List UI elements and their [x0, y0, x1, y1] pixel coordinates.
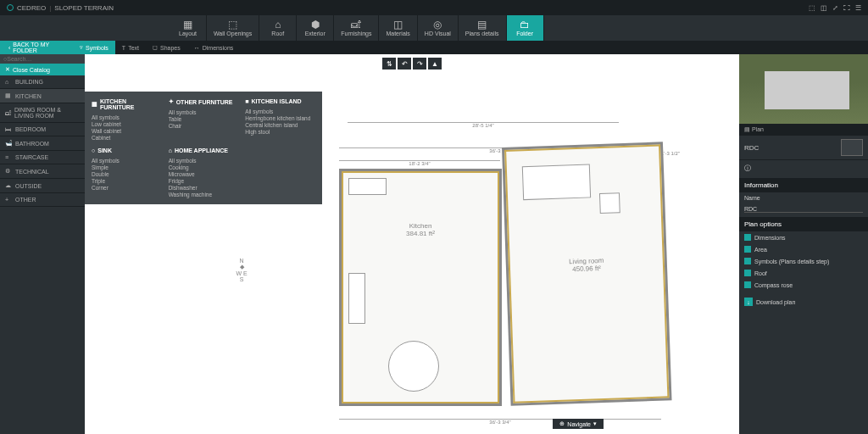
- fly-item[interactable]: Simple: [92, 164, 162, 170]
- project-title: SLOPED TERRAIN: [54, 4, 114, 12]
- tool-plans-details[interactable]: ▤Plans details: [459, 15, 507, 41]
- brand-label: CEDREO: [17, 4, 46, 12]
- fly-item[interactable]: Microwave: [169, 170, 239, 177]
- fly-item[interactable]: Fridge: [169, 177, 239, 184]
- fly-item[interactable]: All symbols: [92, 157, 162, 164]
- tool-folder[interactable]: 🗀Folder: [507, 15, 544, 41]
- exterior-icon: ⬢: [311, 19, 320, 30]
- cat-bathroom[interactable]: 🛁BATHROOM: [0, 136, 85, 151]
- view-controls: ⇅ ↶ ↷ ▲: [382, 58, 442, 70]
- opt-roof[interactable]: Roof: [739, 267, 868, 279]
- topright-icon-4[interactable]: ☰: [855, 4, 861, 12]
- cat-building[interactable]: ⌂BUILDING: [0, 75, 85, 89]
- fly-item[interactable]: Low cabinet: [92, 120, 162, 127]
- subtool-dimensions[interactable]: ↔Dimensions: [187, 45, 241, 51]
- back-button[interactable]: ‹ BACK TO MY FOLDER: [0, 41, 73, 54]
- search-input[interactable]: [7, 56, 66, 62]
- tool-wall-openings[interactable]: ⬚Wall Openings: [207, 15, 259, 41]
- fly-kitchen-island: ■KITCHEN ISLAND All symbols Herringbone …: [245, 98, 315, 141]
- tool-layout[interactable]: ▦Layout: [170, 15, 207, 41]
- cat-outside[interactable]: ☁OUTSIDE: [0, 179, 85, 193]
- gear-icon: ⚙: [5, 168, 12, 175]
- appliance-1[interactable]: [348, 273, 365, 324]
- redo-icon[interactable]: ↷: [413, 58, 426, 70]
- dim-icon: ↔: [194, 45, 200, 51]
- dim-bot-1: 36'-3 3/4": [339, 419, 661, 425]
- materials-icon: ◫: [393, 19, 403, 30]
- fly-item[interactable]: Wall cabinet: [92, 127, 162, 134]
- fly-item[interactable]: Cabinet: [92, 134, 162, 141]
- fly-item[interactable]: High stool: [245, 128, 315, 135]
- tool-roof[interactable]: ⌂Roof: [259, 15, 297, 41]
- check-icon: [744, 234, 751, 241]
- fly-item[interactable]: Chair: [169, 122, 239, 129]
- close-catalog-button[interactable]: ✕ Close Catalog: [0, 64, 85, 75]
- download-button[interactable]: ↓Download plan: [739, 294, 868, 309]
- cat-dining-living[interactable]: 🛋DINING ROOM & LIVING ROOM: [0, 103, 85, 123]
- sofa[interactable]: [522, 164, 591, 200]
- wall-icon: ⬚: [228, 19, 237, 30]
- subtool-symbols[interactable]: ▿Symbols: [73, 41, 115, 54]
- preview-3d[interactable]: [739, 54, 868, 124]
- tool-exterior[interactable]: ⬢Exterior: [297, 15, 334, 41]
- cat-bedroom[interactable]: 🛏BEDROOM: [0, 123, 85, 136]
- view-grid-icon[interactable]: ⇅: [382, 58, 396, 70]
- fly-item[interactable]: Central kitchen island: [245, 121, 315, 128]
- fly-item[interactable]: Triple: [92, 177, 162, 184]
- fly-item[interactable]: Corner: [92, 184, 162, 191]
- room-living[interactable]: Living room 450.96 ft²: [502, 142, 672, 405]
- subtool-shapes[interactable]: ◻Shapes: [146, 44, 187, 51]
- opt-dimensions[interactable]: Dimensions: [739, 231, 868, 243]
- subtool-text[interactable]: TText: [115, 45, 146, 51]
- armchair[interactable]: [599, 192, 620, 214]
- fly-item[interactable]: All symbols: [92, 114, 162, 120]
- properties-panel: ▤ Plan RDC ⓘ Information Name RDC Plan o…: [739, 54, 868, 434]
- fly-item[interactable]: All symbols: [169, 157, 239, 164]
- cabinet-1[interactable]: [348, 178, 387, 195]
- title-bar: CEDREO | SLOPED TERRAIN ⬚ ◫ ⤢ ⛶ ☰: [0, 0, 868, 15]
- folder-icon: 🗀: [520, 19, 530, 30]
- main-toolbar: ▦Layout ⬚Wall Openings ⌂Roof ⬢Exterior 🛋…: [0, 15, 868, 41]
- topright-icon-0[interactable]: ⬚: [809, 4, 815, 12]
- fly-item[interactable]: Dishwasher: [169, 184, 239, 191]
- check-icon: [744, 258, 751, 264]
- tool-furnishings[interactable]: 🛋Furnishings: [334, 15, 379, 41]
- fly-item[interactable]: Table: [169, 115, 239, 122]
- navigate-button[interactable]: ⊕ Navigate ▾: [553, 419, 604, 429]
- check-icon: [744, 270, 751, 276]
- kitchen-island-icon: ■: [245, 98, 248, 104]
- opt-compass[interactable]: Compass rose: [739, 279, 868, 291]
- info-tab[interactable]: ⓘ: [739, 159, 868, 176]
- cat-kitchen[interactable]: ▦KITCHEN: [0, 89, 85, 103]
- opt-symbols[interactable]: Symbols (Plans details step): [739, 255, 868, 267]
- topright-icon-1[interactable]: ◫: [821, 4, 827, 12]
- warning-icon[interactable]: ▲: [428, 58, 442, 70]
- plan-options-section: Plan options: [739, 217, 868, 231]
- download-icon: ↓: [744, 298, 753, 306]
- plus-icon: +: [5, 197, 12, 203]
- tool-materials[interactable]: ◫Materials: [379, 15, 417, 41]
- fly-item[interactable]: All symbols: [245, 108, 315, 114]
- cat-staircase[interactable]: ≡STAIRCASE: [0, 151, 85, 164]
- cat-other[interactable]: +OTHER: [0, 193, 85, 207]
- fly-item[interactable]: All symbols: [169, 108, 239, 115]
- kitchen-label: Kitchen 384.81 ft²: [342, 222, 499, 237]
- dining-table[interactable]: [388, 341, 439, 392]
- undo-icon[interactable]: ↶: [398, 58, 411, 70]
- name-field: Name: [739, 192, 868, 203]
- plan-header: ▤ Plan: [739, 124, 868, 136]
- fly-kitchen-furniture: ▦KITCHEN FURNITURE All symbols Low cabin…: [92, 98, 162, 141]
- fly-item[interactable]: Cooking: [169, 164, 239, 170]
- fly-item[interactable]: Double: [92, 170, 162, 177]
- tool-hd-visual[interactable]: ◎HD Visual: [418, 15, 459, 41]
- topright-icon-2[interactable]: ⤢: [832, 4, 838, 12]
- opt-area[interactable]: Area: [739, 243, 868, 255]
- search-field[interactable]: ○: [0, 54, 85, 64]
- room-kitchen[interactable]: Kitchen 384.81 ft²: [339, 169, 502, 406]
- plan-thumb[interactable]: [841, 139, 863, 156]
- kitchen-icon: ▦: [5, 92, 12, 99]
- cat-technical[interactable]: ⚙TECHNICAL: [0, 164, 85, 179]
- fly-item[interactable]: Herringbone kitchen island: [245, 114, 315, 121]
- fly-item[interactable]: Washing machine: [169, 191, 239, 198]
- topright-icon-3[interactable]: ⛶: [843, 4, 850, 12]
